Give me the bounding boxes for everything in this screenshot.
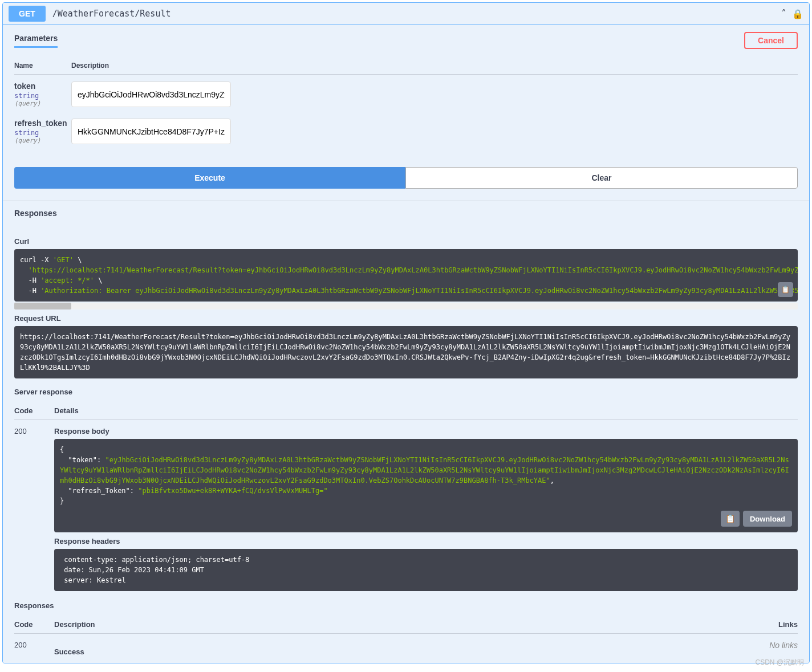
param-type: string xyxy=(14,129,71,137)
parameter-row: refresh_token string (query) xyxy=(14,119,798,144)
copy-icon[interactable]: 📋 xyxy=(721,511,740,527)
swagger-operation: GET /WeatherForecast/Result ˄ 🔒 Paramete… xyxy=(2,2,810,663)
request-url-label: Request URL xyxy=(14,314,798,323)
http-method-badge: GET xyxy=(9,6,46,22)
clear-button[interactable]: Clear xyxy=(405,167,798,189)
lock-icon[interactable]: 🔒 xyxy=(792,9,803,19)
code-header: Code xyxy=(14,620,54,629)
token-input[interactable] xyxy=(71,82,231,107)
details-header: Details xyxy=(54,406,798,415)
param-location: (query) xyxy=(14,137,71,144)
scroll-thumb[interactable] xyxy=(14,303,71,309)
request-url-block[interactable]: https://localhost:7141/WeatherForecast/R… xyxy=(14,326,798,378)
watermark: CSDN @沉默明 xyxy=(755,658,804,666)
execute-button[interactable]: Execute xyxy=(14,167,405,189)
response-headers-block[interactable]: content-type: application/json; charset=… xyxy=(54,549,798,591)
parameter-row: token string (query) xyxy=(14,82,798,107)
curl-label: Curl xyxy=(14,237,798,246)
no-links-text: No links xyxy=(769,641,798,650)
param-type: string xyxy=(14,92,71,100)
horizontal-scrollbar[interactable] xyxy=(14,303,798,309)
response-code: 200 xyxy=(14,427,54,435)
operation-header[interactable]: GET /WeatherForecast/Result ˄ 🔒 xyxy=(3,3,809,25)
responses-title: Responses xyxy=(3,200,809,226)
cancel-button[interactable]: Cancel xyxy=(744,32,798,49)
endpoint-path: /WeatherForecast/Result xyxy=(52,9,781,19)
response-body-block[interactable]: { "token": "eyJhbGciOiJodHRwOi8vd3d3Lncz… xyxy=(54,439,798,532)
param-location: (query) xyxy=(14,100,71,107)
param-name: token xyxy=(14,82,71,91)
download-button[interactable]: Download xyxy=(743,511,792,527)
parameters-tab: Parameters xyxy=(14,34,58,48)
param-name: refresh_token xyxy=(14,119,71,128)
code-header: Code xyxy=(14,406,54,415)
response-body-label: Response body xyxy=(54,427,798,435)
column-description: Description xyxy=(71,62,109,70)
description-header: Description xyxy=(54,620,778,629)
links-header: Links xyxy=(778,620,798,629)
column-name: Name xyxy=(14,62,71,70)
response-headers-label: Response headers xyxy=(54,537,798,545)
doc-responses-label: Responses xyxy=(14,601,798,610)
curl-block[interactable]: curl -X 'GET' \ 'https://localhost:7141/… xyxy=(14,249,798,302)
copy-icon[interactable]: 📋 xyxy=(778,282,793,297)
parameters-header: Parameters Cancel xyxy=(3,25,809,56)
doc-response-code: 200 xyxy=(14,641,54,649)
doc-response-desc: Success xyxy=(54,641,769,656)
chevron-up-icon[interactable]: ˄ xyxy=(781,7,786,20)
refresh-token-input[interactable] xyxy=(71,119,231,144)
server-response-label: Server response xyxy=(14,388,798,396)
